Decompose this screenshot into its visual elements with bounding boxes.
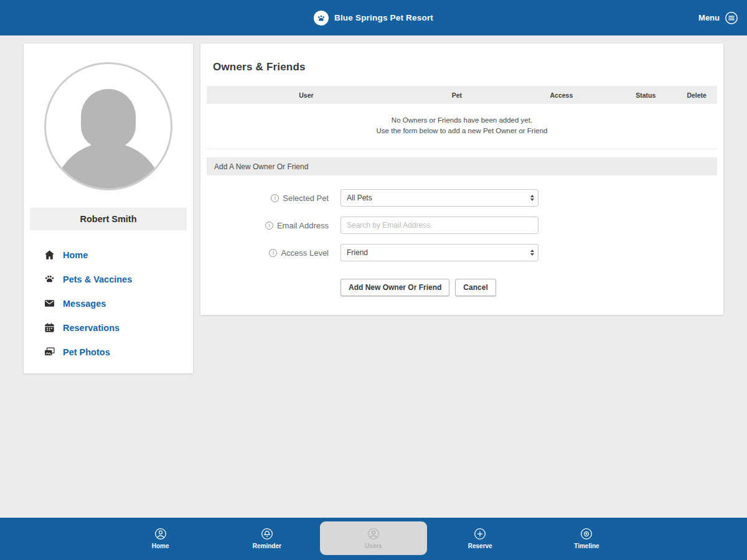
sidebar-nav: Home Pets & Vaccines Mess [44,243,193,364]
bottom-nav-label: Users [365,543,382,549]
sidebar-item-label: Messages [63,299,106,309]
owners-friends-panel: Owners & Friends User Pet Access Status … [200,44,723,315]
users-circle-icon [367,528,380,540]
empty-state-line2: Use the form below to add a new Pet Owne… [207,126,717,136]
add-owner-section-header: Add A New Owner Or Friend [207,157,717,175]
sidebar-item-label: Reservations [63,323,120,333]
calendar-icon [44,322,55,334]
bottom-nav-timeline[interactable]: Timeline [533,521,640,555]
timeline-circle-icon [580,528,593,540]
selected-pet-select[interactable]: All Pets [341,189,538,207]
profile-sidebar: Robert Smith Home Pets & Vaccines [24,44,193,373]
top-app-bar: Blue Springs Pet Resort Menu [0,0,747,35]
selected-pet-label: Selected Pet [283,194,329,203]
bell-circle-icon [261,528,273,540]
bottom-nav-label: Timeline [574,543,599,549]
sidebar-item-label: Home [63,250,88,260]
person-circle-icon [154,528,167,540]
hamburger-menu-icon[interactable] [725,11,738,25]
sidebar-item-reservations[interactable]: Reservations [44,315,193,340]
selected-pet-control: All Pets [341,189,538,207]
access-label-group: Access Level [207,248,329,258]
access-level-control: Friend [341,244,538,261]
selected-pet-label-group: Selected Pet [207,194,329,203]
bottom-nav-label: Reserve [468,543,492,549]
bottom-nav-bar: Home Reminder Users [0,518,747,560]
access-level-row: Access Level Friend [207,244,717,261]
add-owner-form: Selected Pet All Pets Email Address Acce… [207,175,717,296]
column-header-user: User [207,91,406,99]
email-label: Email Address [277,221,329,230]
sidebar-item-pet-photos[interactable]: Pet Photos [44,340,193,364]
empty-state-line1: No Owners or Friends have been added yet… [207,115,717,126]
email-control [341,217,538,234]
menu-button[interactable]: Menu [698,0,738,35]
menu-label: Menu [698,13,720,22]
sidebar-item-label: Pet Photos [63,347,110,357]
paw-icon [44,273,55,285]
avatar [44,62,172,190]
page-title: Owners & Friends [207,44,717,86]
add-owner-submit-button[interactable]: Add New Owner Or Friend [341,279,449,296]
bottom-nav-label: Home [152,543,169,549]
sidebar-item-home[interactable]: Home [44,243,193,267]
cancel-button[interactable]: Cancel [455,279,496,296]
column-header-status: Status [615,91,676,99]
email-search-input[interactable] [341,217,538,234]
access-level-label: Access Level [281,248,329,258]
empty-state-message: No Owners or Friends have been added yet… [207,104,717,149]
sidebar-item-label: Pets & Vaccines [63,274,132,284]
owners-table-header: User Pet Access Status Delete [207,86,717,104]
sidebar-item-messages[interactable]: Messages [44,291,193,315]
paw-logo-icon [314,11,329,26]
column-header-pet: Pet [406,91,508,99]
bottom-nav-home[interactable]: Home [107,521,214,555]
plus-circle-icon [474,528,486,540]
access-level-select[interactable]: Friend [341,244,538,261]
bottom-nav-users[interactable]: Users [320,521,426,555]
email-address-row: Email Address [207,217,717,234]
info-icon[interactable] [271,194,279,202]
sidebar-item-pets-vaccines[interactable]: Pets & Vaccines [44,267,193,291]
column-header-delete: Delete [676,91,717,99]
app-title: Blue Springs Pet Resort [334,13,433,22]
bottom-nav-reserve[interactable]: Reserve [427,521,533,555]
bottom-nav-reminder[interactable]: Reminder [214,521,320,555]
selected-pet-row: Selected Pet All Pets [207,189,717,207]
envelope-icon [44,297,55,309]
info-icon[interactable] [265,222,273,230]
photos-icon [44,346,55,358]
app-brand: Blue Springs Pet Resort [314,0,433,35]
info-icon[interactable] [269,249,277,257]
form-buttons: Add New Owner Or Friend Cancel [341,279,717,296]
bottom-nav-label: Reminder [253,543,281,549]
profile-name: Robert Smith [30,208,187,230]
email-label-group: Email Address [207,221,329,230]
column-header-access: Access [508,91,615,99]
home-icon [44,249,55,261]
